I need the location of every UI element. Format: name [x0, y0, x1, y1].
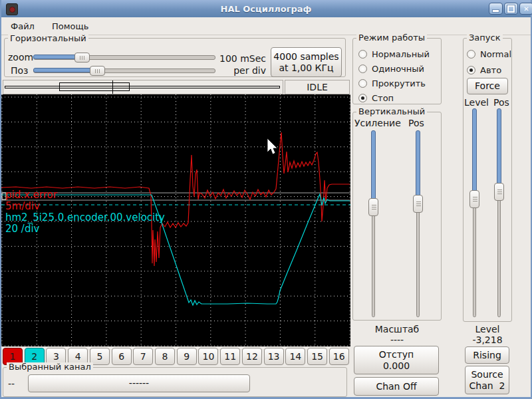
trigger-pos-slider-track: [497, 189, 501, 317]
trigger-pos-slider[interactable]: [494, 108, 504, 317]
channel-button-11[interactable]: 11: [220, 348, 240, 365]
scope-display[interactable]: pid.x.error 5m/div hm2_5i25.0.encoder.00…: [1, 94, 350, 346]
menu-help[interactable]: Помощь: [49, 20, 91, 33]
chan-off-button[interactable]: Chan Off: [354, 377, 439, 396]
gain-slider[interactable]: [368, 130, 378, 317]
radio-icon: [358, 94, 367, 102]
radio-icon: [467, 50, 475, 59]
position-slider-fill: [33, 68, 94, 72]
zoom-slider-label: zoom: [8, 52, 33, 63]
zoom-slider-fill: [33, 55, 80, 59]
record-window-line: [5, 86, 280, 88]
selected-channel-frame-label: Выбранный канал: [7, 362, 93, 371]
trigger-source-button[interactable]: Source Chan 2: [465, 366, 509, 394]
trigger-level-label: Level: [464, 97, 489, 108]
channel-button-7[interactable]: 7: [133, 348, 153, 365]
channel-button-16[interactable]: 16: [329, 348, 349, 365]
radio-normal-mode[interactable]: Нормальный: [358, 48, 430, 60]
channel1-scale-label: 5m/div: [5, 200, 40, 212]
channel-button-13[interactable]: 13: [264, 348, 284, 365]
vertical-pos-label: Pos: [408, 118, 424, 128]
scale-value: ----: [352, 334, 442, 345]
radio-trigger-auto[interactable]: Авто: [467, 64, 501, 76]
radio-single-mode[interactable]: Одиночный: [358, 63, 424, 74]
trigger-level-slider[interactable]: [469, 108, 479, 317]
position-slider[interactable]: [33, 66, 215, 76]
trigger-edge-button[interactable]: Rising: [465, 346, 509, 364]
trigger-level-slider-track: [473, 196, 476, 317]
mouse-cursor-icon: [267, 138, 277, 154]
samples-button[interactable]: 4000 samples at 1,00 КГц: [271, 47, 342, 77]
force-button[interactable]: Force: [467, 78, 508, 94]
radio-roll-mode[interactable]: Прокрутить: [358, 77, 426, 89]
run-mode-frame-label: Режим работы: [356, 33, 427, 42]
trigger-pos-slider-fill: [497, 108, 501, 190]
channel-button-10[interactable]: 10: [198, 348, 218, 365]
channel2-scale-label: 20 /div: [5, 223, 40, 235]
radio-icon: [467, 66, 475, 74]
radio-icon: [358, 79, 367, 88]
channel1-name-label: pid.x.error: [5, 189, 58, 201]
gain-slider-track: [372, 204, 375, 317]
close-icon: ✕: [520, 3, 532, 14]
trigger-level-readout-value: -3,218: [463, 334, 512, 345]
radio-icon: [358, 65, 367, 73]
channel-button-8[interactable]: 8: [155, 348, 175, 365]
gain-slider-fill: [371, 130, 376, 205]
selected-channel-short: --: [8, 378, 15, 389]
vertical-frame-label: Вертикальный: [356, 107, 427, 116]
record-position-marker: [112, 80, 113, 94]
menu-file[interactable]: Файл: [8, 20, 37, 33]
vertical-pos-slider-handle[interactable]: [413, 195, 423, 213]
window-title: HAL Осциллограф: [1, 4, 531, 14]
channel-button-15[interactable]: 15: [307, 348, 327, 365]
app-window: HAL Осциллограф ✕ Файл Помощь Горизонтал…: [0, 0, 532, 399]
menu-bar: Файл Помощь: [1, 17, 531, 35]
channel-button-12[interactable]: 12: [242, 348, 262, 365]
maximize-icon: [507, 5, 515, 13]
horizontal-frame-label: Горизонтальный: [8, 34, 88, 43]
status-badge: IDLE: [285, 80, 350, 94]
channel-button-14[interactable]: 14: [285, 348, 305, 365]
vertical-pos-slider-fill: [416, 130, 420, 201]
pos-slider-label: Поз: [11, 65, 29, 76]
minimize-icon: [492, 9, 499, 13]
trigger-level-readout-label: Level: [463, 324, 512, 334]
app-icon: [6, 3, 18, 15]
title-bar: HAL Осциллограф ✕: [1, 0, 531, 18]
trigger-pos-slider-handle[interactable]: [494, 183, 504, 201]
trigger-pos-label: Pos: [493, 97, 509, 108]
scope-svg: pid.x.error 5m/div hm2_5i25.0.encoder.00…: [1, 94, 350, 346]
record-window-box: [59, 82, 130, 91]
selected-channel-button[interactable]: ------: [28, 374, 250, 392]
position-slider-handle[interactable]: [90, 66, 105, 76]
minimize-button[interactable]: [489, 3, 503, 15]
time-per-div: 100 mSec per div: [219, 53, 266, 76]
scale-label: Масштаб: [352, 324, 442, 334]
zoom-slider-handle[interactable]: [74, 53, 90, 63]
gain-label: Усиление: [354, 118, 401, 128]
vertical-pos-slider[interactable]: [413, 130, 423, 317]
gain-slider-handle[interactable]: [368, 198, 378, 216]
trigger-level-slider-handle[interactable]: [469, 190, 479, 208]
vertical-frame: [352, 112, 442, 321]
channel-button-6[interactable]: 6: [112, 348, 132, 365]
radio-icon: [358, 50, 367, 59]
record-position-bar: [3, 80, 283, 94]
radio-stop-mode[interactable]: Стоп: [358, 92, 394, 104]
channel-button-9[interactable]: 9: [177, 348, 197, 365]
zoom-slider[interactable]: [33, 53, 215, 63]
vertical-pos-slider-track: [416, 201, 420, 317]
trigger-level-slider-fill: [472, 108, 477, 197]
trigger-frame-label: Запуск: [467, 33, 503, 42]
radio-trigger-normal[interactable]: Normal: [467, 48, 511, 60]
offset-button[interactable]: Отступ 0.000: [354, 346, 439, 374]
close-button[interactable]: ✕: [519, 3, 532, 15]
maximize-button[interactable]: [504, 3, 518, 15]
